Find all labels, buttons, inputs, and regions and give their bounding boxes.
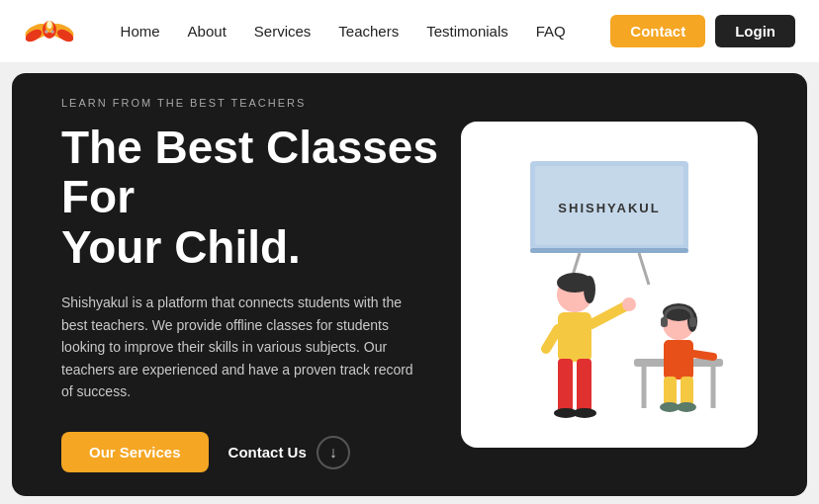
svg-point-9 — [46, 31, 47, 33]
hero-section: LEARN FROM THE BEST TEACHERS The Best Cl… — [12, 73, 807, 496]
svg-point-22 — [622, 297, 636, 311]
svg-rect-39 — [681, 377, 693, 406]
contact-us-icon: ↓ — [317, 436, 350, 469]
nav-home[interactable]: Home — [121, 23, 160, 40]
svg-point-41 — [677, 402, 696, 412]
contact-us-link[interactable]: Contact Us ↓ — [228, 436, 350, 469]
svg-text:SHISHYAKUL: SHISHYAKUL — [558, 201, 660, 215]
svg-line-23 — [546, 329, 558, 349]
our-services-button[interactable]: Our Services — [61, 432, 209, 472]
logo — [24, 10, 75, 53]
nav-services[interactable]: Services — [254, 23, 312, 40]
svg-rect-25 — [577, 359, 592, 413]
hero-illustration-card: SHISHYAKUL — [461, 122, 758, 448]
logo-icon — [24, 10, 75, 53]
hero-description: Shishyakul is a platform that connects s… — [61, 292, 427, 402]
classroom-illustration: SHISHYAKUL — [471, 131, 748, 438]
hero-title: The Best Classes For Your Child. — [61, 123, 461, 273]
svg-rect-14 — [530, 248, 688, 253]
contact-button[interactable]: Contact — [610, 15, 705, 47]
login-button[interactable]: Login — [715, 15, 795, 47]
nav-about[interactable]: About — [188, 23, 227, 40]
svg-rect-20 — [558, 312, 592, 362]
svg-rect-36 — [664, 340, 693, 379]
svg-rect-38 — [664, 377, 677, 406]
hero-content: LEARN FROM THE BEST TEACHERS The Best Cl… — [61, 97, 461, 473]
svg-point-6 — [47, 21, 52, 29]
hero-actions: Our Services Contact Us ↓ — [61, 432, 461, 472]
nav-faq[interactable]: FAQ — [536, 23, 566, 40]
navbar: Home About Services Teachers Testimonial… — [0, 0, 819, 63]
contact-us-label: Contact Us — [228, 444, 307, 461]
svg-point-19 — [584, 276, 595, 303]
nav-testimonials[interactable]: Testimonials — [426, 23, 508, 40]
svg-rect-34 — [661, 317, 668, 327]
svg-point-10 — [51, 31, 53, 33]
svg-rect-35 — [689, 317, 696, 327]
svg-line-16 — [639, 253, 649, 285]
hero-title-line1: The Best Classes For — [61, 122, 438, 223]
svg-line-37 — [693, 354, 713, 357]
nav-links: Home About Services Teachers Testimonial… — [121, 23, 566, 40]
nav-teachers[interactable]: Teachers — [338, 23, 399, 40]
hero-title-line2: Your Child. — [61, 221, 301, 273]
svg-rect-24 — [558, 359, 573, 413]
hero-subtitle: LEARN FROM THE BEST TEACHERS — [61, 97, 461, 109]
svg-point-27 — [573, 408, 596, 418]
nav-buttons: Contact Login — [610, 15, 795, 47]
